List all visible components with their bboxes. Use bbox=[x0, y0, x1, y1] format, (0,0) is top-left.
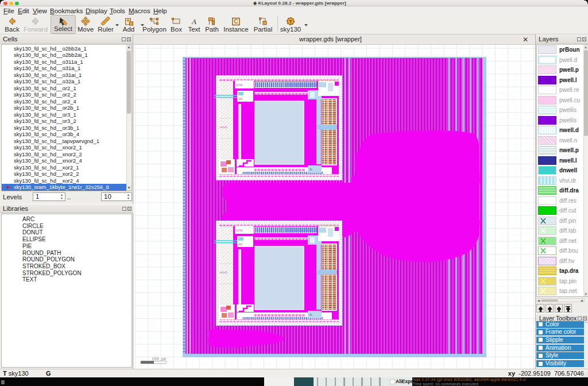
svg-text:A: A bbox=[191, 17, 196, 26]
svg-text:100 µm: 100 µm bbox=[152, 357, 166, 361]
svg-text:T: T bbox=[289, 19, 292, 25]
svg-text:C: C bbox=[234, 18, 238, 25]
